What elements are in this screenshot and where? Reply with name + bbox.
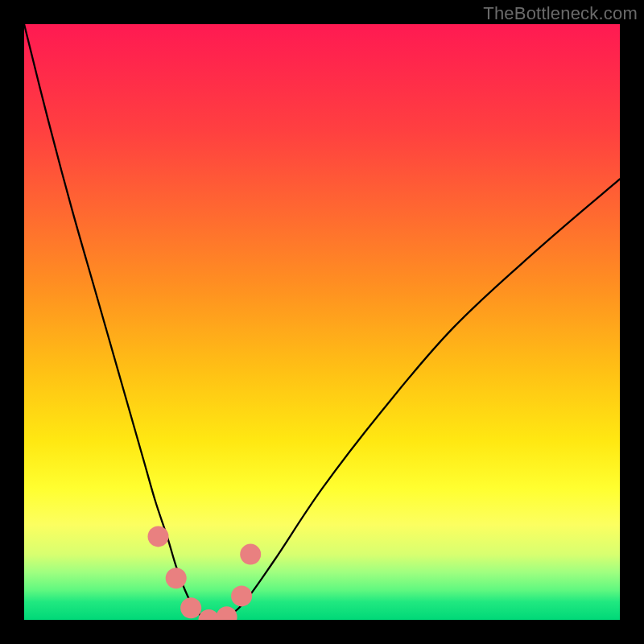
bottleneck-curve (24, 24, 620, 620)
marker-group (148, 526, 262, 620)
marker-dot (240, 544, 261, 565)
marker-dot (231, 585, 252, 606)
watermark-text: TheBottleneck.com (483, 3, 638, 24)
chart-frame: TheBottleneck.com (0, 0, 644, 644)
marker-dot (180, 597, 201, 618)
marker-dot (166, 568, 187, 588)
marker-dot (148, 526, 169, 547)
chart-svg (24, 24, 620, 620)
marker-dot (198, 609, 219, 620)
plot-area (24, 24, 620, 620)
marker-dot (217, 606, 237, 620)
